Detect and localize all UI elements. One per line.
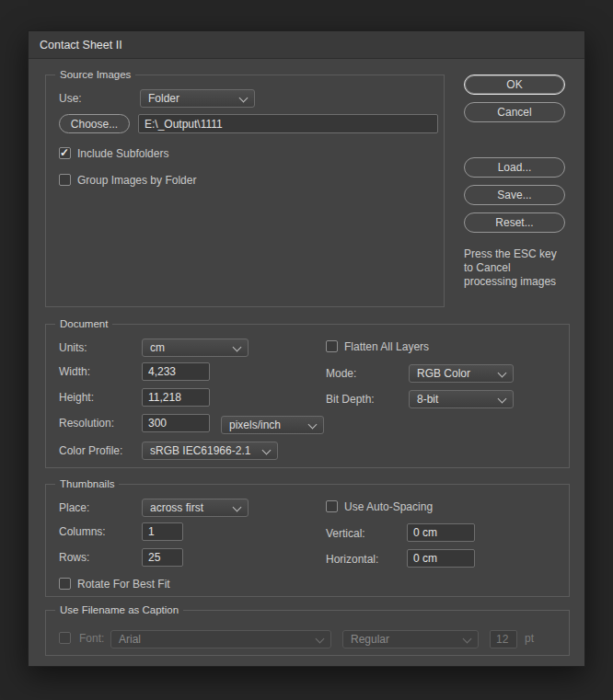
dialog-titlebar[interactable]: Contact Sheet II (29, 31, 584, 59)
source-images-group: Source Images Use: Folder Choose... ✓ In… (45, 75, 445, 307)
source-images-legend: Source Images (55, 68, 135, 82)
mode-select[interactable]: RGB Color (409, 364, 514, 383)
use-label: Use: (59, 89, 82, 108)
flatten-all-layers-label: Flatten All Layers (344, 338, 429, 356)
esc-note: Press the ESC key to Cancel processing i… (464, 247, 567, 289)
resolution-units-select[interactable]: pixels/inch (221, 416, 324, 434)
dialog-title: Contact Sheet II (40, 39, 122, 52)
contact-sheet-dialog: Contact Sheet II Source Images Use: Fold… (28, 30, 585, 667)
caption-legend: Use Filename as Caption (55, 603, 183, 617)
font-label: Font: (79, 629, 104, 648)
use-auto-spacing-checkbox[interactable] (326, 500, 338, 512)
units-select[interactable]: cm (142, 339, 249, 357)
horizontal-input[interactable] (407, 549, 475, 568)
rotate-best-fit-checkbox[interactable] (59, 578, 71, 590)
chevron-down-icon (239, 94, 249, 103)
chevron-down-icon (463, 635, 472, 644)
chevron-down-icon (262, 446, 272, 455)
use-auto-spacing-label: Use Auto-Spacing (344, 498, 433, 516)
font-select-value: Arial (119, 633, 141, 646)
chevron-down-icon (316, 635, 325, 644)
chevron-down-icon (498, 395, 507, 404)
font-select[interactable]: Arial (110, 630, 331, 648)
group-by-folder-checkbox[interactable] (59, 174, 71, 186)
height-label: Height: (59, 388, 94, 407)
include-subfolders-label: Include Subfolders (77, 144, 168, 163)
color-profile-value: sRGB IEC61966-2.1 (150, 444, 250, 457)
reset-button[interactable]: Reset... (464, 212, 565, 233)
resolution-input[interactable] (142, 414, 210, 432)
check-icon: ✓ (60, 145, 69, 160)
cancel-button[interactable]: Cancel (464, 102, 565, 122)
width-label: Width: (59, 362, 90, 381)
chevron-down-icon (233, 503, 242, 512)
include-subfolders-checkbox[interactable]: ✓ (59, 147, 71, 159)
color-profile-select[interactable]: sRGB IEC61966-2.1 (142, 442, 278, 460)
font-size-input[interactable] (490, 630, 517, 648)
choose-button[interactable]: Choose... (59, 114, 130, 133)
screen: Contact Sheet II Source Images Use: Fold… (0, 0, 613, 700)
vertical-input[interactable] (407, 523, 475, 542)
horizontal-label: Horizontal: (326, 550, 378, 568)
color-profile-label: Color Profile: (59, 442, 122, 460)
place-select[interactable]: across first (142, 499, 249, 517)
document-group: Document Units: cm Flatten All Layers Wi… (45, 324, 570, 468)
rotate-best-fit-label: Rotate For Best Fit (77, 575, 170, 593)
bit-depth-select-value: 8-bit (417, 393, 438, 406)
save-button[interactable]: Save... (464, 185, 565, 205)
columns-label: Columns: (59, 522, 106, 541)
font-style-value: Regular (351, 633, 389, 646)
use-select[interactable]: Folder (140, 89, 255, 108)
flatten-all-layers-checkbox[interactable] (326, 340, 338, 352)
chevron-down-icon (233, 343, 242, 352)
width-input[interactable] (142, 362, 210, 381)
font-style-select[interactable]: Regular (342, 630, 479, 648)
document-legend: Document (55, 317, 112, 331)
height-input[interactable] (142, 388, 210, 407)
units-label: Units: (59, 339, 87, 357)
caption-group: Use Filename as Caption Font: Arial Regu… (45, 610, 570, 656)
bit-depth-select[interactable]: 8-bit (409, 390, 514, 408)
caption-checkbox[interactable] (59, 632, 71, 644)
rows-input[interactable] (142, 548, 183, 567)
bit-depth-label: Bit Depth: (326, 390, 375, 408)
pt-label: pt (525, 629, 534, 648)
resolution-label: Resolution: (59, 414, 114, 432)
thumbnails-group: Thumbnails Place: across first Use Auto-… (45, 484, 570, 597)
use-select-value: Folder (148, 92, 179, 105)
source-path-input[interactable] (138, 114, 438, 133)
place-label: Place: (59, 499, 89, 517)
columns-input[interactable] (142, 522, 183, 541)
units-select-value: cm (150, 341, 165, 354)
chevron-down-icon (498, 369, 507, 378)
ok-button[interactable]: OK (464, 75, 565, 95)
group-by-folder-label: Group Images by Folder (77, 171, 196, 189)
vertical-label: Vertical: (326, 524, 365, 543)
chevron-down-icon (308, 420, 318, 430)
place-select-value: across first (150, 501, 203, 514)
resolution-units-value: pixels/inch (229, 419, 281, 431)
mode-label: Mode: (326, 364, 356, 383)
rows-label: Rows: (59, 548, 89, 567)
load-button[interactable]: Load... (464, 157, 565, 178)
thumbnails-legend: Thumbnails (55, 477, 119, 491)
mode-select-value: RGB Color (417, 367, 470, 380)
